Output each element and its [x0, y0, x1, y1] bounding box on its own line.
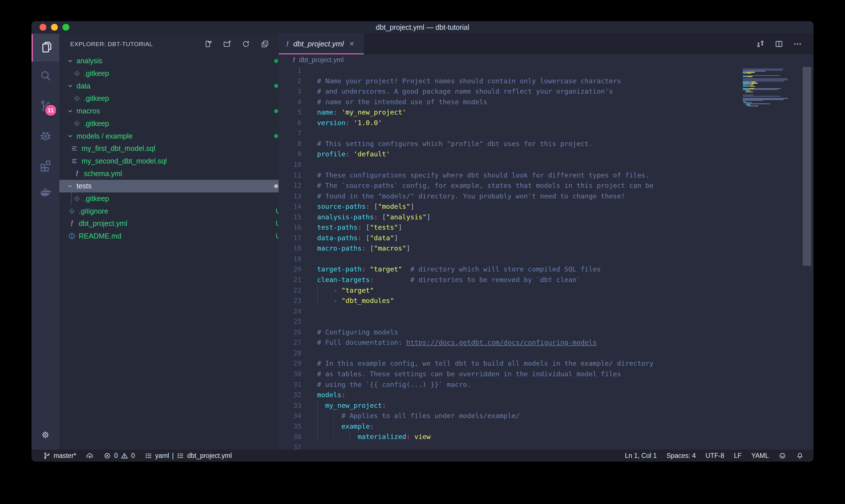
- code-line[interactable]: 22 - "target": [279, 285, 813, 296]
- code-line[interactable]: 14source-paths: ["models"]: [279, 201, 813, 212]
- tree-item-tests[interactable]: tests: [59, 180, 286, 193]
- line-number: 24: [279, 306, 301, 317]
- activity-item-docker[interactable]: [32, 179, 59, 206]
- code-line[interactable]: 18macro-paths: ["macros"]: [279, 243, 813, 254]
- open-changes-icon[interactable]: [756, 39, 765, 48]
- yaml-schema-status[interactable]: yaml | dbt_project.yml: [145, 452, 232, 460]
- code-line[interactable]: 13# found in the "models/" directory. Yo…: [279, 191, 813, 202]
- activity-item-explorer[interactable]: [32, 34, 61, 61]
- git-file-icon: [68, 207, 76, 215]
- tree-item-my-second-dbt-model-sql[interactable]: my_second_dbt_model.sqlU: [59, 155, 290, 167]
- line-number: 8: [279, 139, 301, 149]
- code-line[interactable]: 30# as tables. These settings can be ove…: [279, 369, 813, 379]
- code-line[interactable]: 16test-paths: ["tests"]: [279, 222, 813, 233]
- tab-dbt-project-yml[interactable]: ! dbt_project.yml ×: [279, 33, 364, 54]
- code-line[interactable]: 33 my_new_project:: [279, 400, 813, 411]
- titlebar[interactable]: dbt_project.yml — dbt-tutorial: [32, 21, 813, 33]
- code-line[interactable]: 35 example:: [279, 421, 813, 432]
- new-file-icon[interactable]: [204, 40, 212, 48]
- code-line[interactable]: 8# This setting configures which "profil…: [279, 139, 813, 149]
- code-line[interactable]: 28: [279, 348, 813, 359]
- more-actions-icon[interactable]: [793, 39, 802, 48]
- code-line[interactable]: 34 # Applies to all files under models/e…: [279, 411, 813, 421]
- new-folder-icon[interactable]: [223, 40, 231, 48]
- code-line[interactable]: 10: [279, 160, 813, 170]
- code-line[interactable]: 32models:: [279, 390, 813, 400]
- indentation-setting[interactable]: Spaces: 4: [667, 452, 696, 460]
- tree-item-label: my_first_dbt_model.sql: [82, 144, 155, 152]
- tree-item--gitkeep[interactable]: .gitkeepU: [59, 118, 292, 130]
- tree-item-schema-yml[interactable]: !schema.ymlU: [59, 167, 292, 180]
- code-line[interactable]: 1: [279, 65, 813, 76]
- tree-item-label: .gitkeep: [84, 195, 109, 203]
- code-line[interactable]: 27# Full documentation: https://docs.get…: [279, 337, 813, 348]
- eol-setting[interactable]: LF: [734, 452, 742, 460]
- tree-item-label: analysis: [76, 57, 102, 65]
- line-number: 37: [279, 442, 301, 450]
- activity-item-source-control[interactable]: 11: [32, 92, 59, 120]
- tree-item-label: schema.yml: [84, 169, 122, 178]
- tree-item-label: tests: [76, 182, 92, 190]
- code-line[interactable]: 7: [279, 128, 813, 139]
- code-line[interactable]: 11# These configurations specify where d…: [279, 170, 813, 181]
- tree-item-models-example[interactable]: models / example: [59, 130, 286, 142]
- feedback-smiley-icon[interactable]: [778, 452, 786, 460]
- code-line[interactable]: 4# name or the intended use of these mod…: [279, 97, 813, 107]
- code-line[interactable]: 19: [279, 254, 813, 264]
- breadcrumb[interactable]: ! dbt_project.yml: [279, 54, 813, 65]
- cursor-position[interactable]: Ln 1, Col 1: [625, 452, 657, 460]
- activity-item-extensions[interactable]: [32, 152, 59, 180]
- line-number: 36: [279, 432, 301, 442]
- split-editor-icon[interactable]: [775, 39, 784, 48]
- code-line[interactable]: 15analysis-paths: ["analysis"]: [279, 212, 813, 222]
- code-line[interactable]: 5name: 'my_new_project': [279, 107, 813, 118]
- code-line[interactable]: 36 materialized: view: [279, 432, 813, 442]
- code-line[interactable]: 17data-paths: ["data"]: [279, 233, 813, 244]
- code-line[interactable]: 29# In this example config, we tell dbt …: [279, 358, 813, 369]
- code-line[interactable]: 23 - "dbt_modules": [279, 295, 813, 306]
- code-line[interactable]: 37: [279, 442, 813, 450]
- tree-item-label: my_second_dbt_model.sql: [82, 157, 167, 165]
- activity-item-debug[interactable]: [32, 122, 59, 150]
- tree-item-my-first-dbt-model-sql[interactable]: my_first_dbt_model.sqlU: [59, 142, 290, 155]
- problems-indicator[interactable]: 0 0: [103, 452, 135, 460]
- code-line[interactable]: 31# using the `{{ config(...) }}` macro.: [279, 379, 813, 390]
- tree-item--gitkeep[interactable]: .gitkeepU: [59, 92, 292, 105]
- code-line[interactable]: 12# The `source-paths` config, for examp…: [279, 180, 813, 191]
- branch-indicator[interactable]: master*: [43, 452, 76, 460]
- settings-gear-icon[interactable]: [32, 421, 59, 448]
- refresh-icon[interactable]: [242, 40, 250, 48]
- line-number: 14: [279, 201, 301, 212]
- code-editor[interactable]: 12# Name your project! Project names sho…: [279, 65, 813, 450]
- code-line[interactable]: 21clean-targets: # directories to be rem…: [279, 275, 813, 285]
- code-line[interactable]: 2# Name your project! Project names shou…: [279, 76, 813, 87]
- tree-item--gitignore[interactable]: .gitignoreU: [59, 205, 287, 217]
- activity-item-search[interactable]: [32, 63, 59, 90]
- tree-item--gitkeep[interactable]: .gitkeepU: [59, 193, 292, 205]
- line-number: 34: [279, 411, 301, 421]
- code-line[interactable]: 3# and underscores. A good package name …: [279, 86, 813, 97]
- code-line[interactable]: 9profile: 'default': [279, 149, 813, 160]
- desktop: dbt_project.yml — dbt-tutorial 11 EXPLOR…: [0, 0, 845, 504]
- sync-button[interactable]: [86, 452, 94, 460]
- tree-item--gitkeep[interactable]: .gitkeepU: [59, 67, 292, 80]
- explorer-sidebar: EXPLORER: DBT-TUTORIAL analysis.gitkeepU…: [59, 33, 279, 450]
- tree-item-data[interactable]: data: [59, 79, 286, 92]
- code-line[interactable]: 20target-path: "target" # directory whic…: [279, 264, 813, 275]
- code-line[interactable]: 6version: '1.0.0': [279, 118, 813, 128]
- encoding-setting[interactable]: UTF-8: [705, 452, 724, 460]
- doc-link[interactable]: https://docs.getdbt.com/docs/configuring…: [406, 339, 597, 346]
- code-line[interactable]: 25: [279, 317, 813, 327]
- notifications-bell-icon[interactable]: [796, 452, 804, 460]
- tree-item-dbt-project-yml[interactable]: !dbt_project.ymlU: [59, 217, 287, 230]
- code-line[interactable]: 24: [279, 306, 813, 317]
- collapse-all-icon[interactable]: [260, 40, 269, 48]
- tree-item-macros[interactable]: macros: [59, 105, 286, 118]
- tree-item-readme-md[interactable]: README.mdU: [59, 230, 287, 242]
- tree-item-analysis[interactable]: analysis: [59, 55, 286, 67]
- tab-close-icon[interactable]: ×: [349, 39, 354, 48]
- code-line[interactable]: 26# Configuring models: [279, 327, 813, 338]
- language-mode[interactable]: YAML: [751, 452, 769, 460]
- indent-guide: [317, 400, 318, 442]
- line-number: 17: [279, 233, 301, 244]
